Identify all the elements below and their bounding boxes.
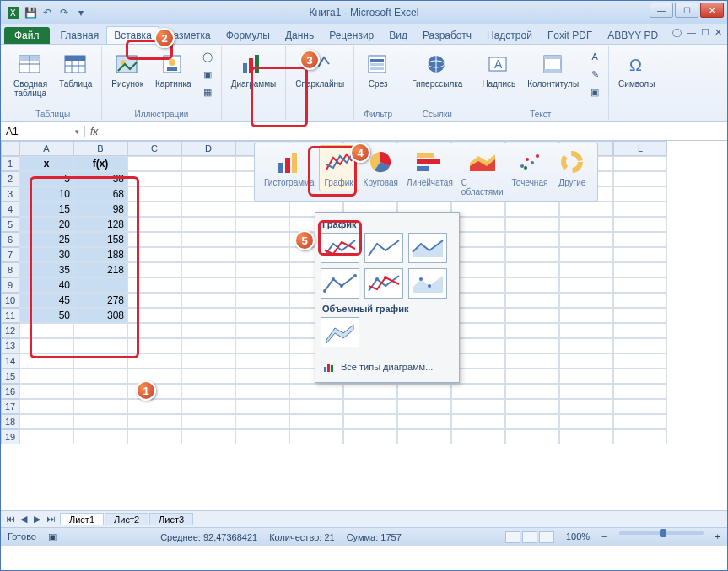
tab-data[interactable]: Даннь bbox=[278, 26, 321, 44]
cell-J17[interactable] bbox=[505, 399, 559, 414]
cell-H17[interactable] bbox=[397, 399, 451, 414]
cell-K14[interactable] bbox=[559, 353, 613, 369]
cell-J4[interactable] bbox=[505, 202, 559, 217]
qat-more-icon[interactable]: ▾ bbox=[73, 5, 89, 20]
tab-developer[interactable]: Разработч bbox=[415, 26, 479, 44]
cell-E4[interactable] bbox=[235, 202, 289, 217]
cell-B12[interactable] bbox=[73, 323, 127, 338]
cell-C11[interactable] bbox=[127, 308, 181, 323]
cell-E11[interactable] bbox=[235, 308, 289, 323]
cell-J15[interactable] bbox=[505, 369, 559, 384]
cell-K15[interactable] bbox=[559, 369, 613, 384]
line-chart-4[interactable] bbox=[321, 268, 359, 299]
cell-J8[interactable] bbox=[505, 262, 559, 277]
chart-other-button[interactable]: Другие bbox=[552, 145, 592, 191]
cell-D11[interactable] bbox=[181, 308, 235, 323]
tab-foxit[interactable]: Foxit PDF bbox=[540, 26, 600, 44]
cell-D3[interactable] bbox=[181, 186, 235, 202]
row-header-8[interactable]: 8 bbox=[1, 262, 19, 277]
hyperlink-button[interactable]: Гиперссылка bbox=[407, 48, 466, 91]
line-chart-3d[interactable] bbox=[321, 317, 359, 347]
cell-J6[interactable] bbox=[505, 232, 559, 247]
cell-E18[interactable] bbox=[235, 414, 289, 429]
sheet-nav-first-icon[interactable]: ⏮ bbox=[4, 514, 16, 525]
cell-C1[interactable] bbox=[127, 156, 181, 171]
minimize-button[interactable]: — bbox=[650, 3, 673, 18]
row-header-16[interactable]: 16 bbox=[1, 384, 19, 399]
picture-button[interactable]: Рисунок bbox=[107, 48, 148, 91]
cell-L18[interactable] bbox=[613, 414, 667, 429]
cell-A11[interactable]: 50 bbox=[19, 308, 73, 323]
cell-D10[interactable] bbox=[181, 293, 235, 308]
cell-E14[interactable] bbox=[235, 353, 289, 369]
cell-C3[interactable] bbox=[127, 186, 181, 202]
cell-B15[interactable] bbox=[73, 369, 127, 384]
cell-E19[interactable] bbox=[235, 429, 289, 444]
cell-K10[interactable] bbox=[559, 293, 613, 308]
cell-K18[interactable] bbox=[559, 414, 613, 429]
chart-area-button[interactable]: С областями bbox=[457, 145, 508, 201]
symbols-button[interactable]: Ω Символы bbox=[614, 48, 659, 91]
cell-L19[interactable] bbox=[613, 429, 667, 444]
cell-E16[interactable] bbox=[235, 384, 289, 399]
cell-E17[interactable] bbox=[235, 399, 289, 414]
chart-scatter-button[interactable]: Точечная bbox=[508, 145, 553, 191]
cell-L3[interactable] bbox=[613, 186, 667, 202]
cell-E12[interactable] bbox=[235, 323, 289, 338]
cell-C10[interactable] bbox=[127, 293, 181, 308]
cell-K9[interactable] bbox=[559, 277, 613, 293]
file-tab[interactable]: Файл bbox=[4, 27, 50, 44]
cell-E9[interactable] bbox=[235, 277, 289, 293]
header-footer-button[interactable]: Колонтитулы bbox=[523, 48, 583, 91]
clipart-button[interactable]: Картинка bbox=[151, 48, 196, 91]
cell-L11[interactable] bbox=[613, 308, 667, 323]
cell-K11[interactable] bbox=[559, 308, 613, 323]
cell-D6[interactable] bbox=[181, 232, 235, 247]
row-header-19[interactable]: 19 bbox=[1, 429, 19, 444]
cell-B19[interactable] bbox=[73, 429, 127, 444]
row-header-10[interactable]: 10 bbox=[1, 293, 19, 308]
cell-D16[interactable] bbox=[181, 384, 235, 399]
cell-C19[interactable] bbox=[127, 429, 181, 444]
cell-D18[interactable] bbox=[181, 414, 235, 429]
cell-E13[interactable] bbox=[235, 338, 289, 353]
slicer-button[interactable]: Срез bbox=[359, 48, 396, 91]
cell-D14[interactable] bbox=[181, 353, 235, 369]
cell-C7[interactable] bbox=[127, 247, 181, 262]
cell-K7[interactable] bbox=[559, 247, 613, 262]
cell-F19[interactable] bbox=[289, 429, 343, 444]
cell-K4[interactable] bbox=[559, 202, 613, 217]
row-header-13[interactable]: 13 bbox=[1, 338, 19, 353]
sheet-tab-3[interactable]: Лист3 bbox=[149, 513, 193, 525]
col-header-B[interactable]: B bbox=[73, 141, 127, 156]
cell-J16[interactable] bbox=[505, 384, 559, 399]
select-all-corner[interactable] bbox=[1, 141, 19, 156]
cell-A12[interactable] bbox=[19, 323, 73, 338]
row-header-14[interactable]: 14 bbox=[1, 353, 19, 369]
cell-J10[interactable] bbox=[505, 293, 559, 308]
zoom-slider[interactable] bbox=[619, 531, 704, 535]
smartart-icon[interactable]: ▣ bbox=[199, 66, 216, 83]
table-button[interactable]: Таблица bbox=[55, 48, 96, 91]
cell-B9[interactable] bbox=[73, 277, 127, 293]
cell-B7[interactable]: 188 bbox=[73, 247, 127, 262]
sheet-tab-2[interactable]: Лист2 bbox=[105, 513, 148, 525]
cell-B16[interactable] bbox=[73, 384, 127, 399]
cell-L13[interactable] bbox=[613, 338, 667, 353]
cell-A19[interactable] bbox=[19, 429, 73, 444]
cell-E7[interactable] bbox=[235, 247, 289, 262]
cell-L4[interactable] bbox=[613, 202, 667, 217]
cell-A17[interactable] bbox=[19, 399, 73, 414]
tab-review[interactable]: Рецензир bbox=[321, 26, 381, 44]
row-header-11[interactable]: 11 bbox=[1, 308, 19, 323]
cell-F18[interactable] bbox=[289, 414, 343, 429]
cell-C6[interactable] bbox=[127, 232, 181, 247]
cell-G16[interactable] bbox=[343, 384, 397, 399]
cell-G18[interactable] bbox=[343, 414, 397, 429]
cell-L12[interactable] bbox=[613, 323, 667, 338]
cell-C15[interactable] bbox=[127, 369, 181, 384]
tab-addins[interactable]: Надстрой bbox=[479, 26, 540, 44]
cell-C5[interactable] bbox=[127, 217, 181, 232]
cell-D17[interactable] bbox=[181, 399, 235, 414]
cell-C18[interactable] bbox=[127, 414, 181, 429]
